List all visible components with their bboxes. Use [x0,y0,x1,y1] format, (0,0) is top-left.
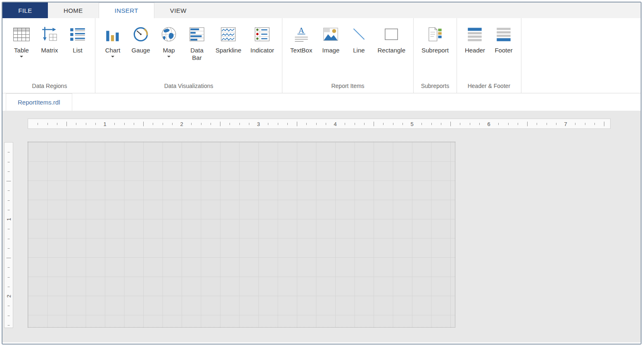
design-surface[interactable] [28,142,455,328]
chevron-down-icon [111,56,114,57]
data-bar-label: Data Bar [187,47,206,62]
table-icon [12,25,31,44]
data-bar-icon [187,25,206,44]
list-icon [68,25,87,44]
group-report-items: A TextBox [282,18,414,93]
report-builder-window: FILE HOME INSERT VIEW Table [2,2,642,345]
gauge-label: Gauge [131,47,150,54]
image-label: Image [322,47,340,54]
textbox-label: TextBox [290,47,312,54]
list-label: List [73,47,82,54]
map-button[interactable]: Map [156,21,181,58]
chart-icon [103,25,122,44]
vertical-ruler: 12 [4,142,13,328]
footer-button[interactable]: Footer [491,21,516,55]
matrix-button[interactable]: Matrix [37,21,62,55]
table-label: Table [14,47,29,54]
line-button[interactable]: Line [346,21,371,55]
tab-file[interactable]: FILE [2,2,48,18]
svg-text:A: A [298,26,305,35]
table-button[interactable]: Table [9,21,34,58]
map-label: Map [163,47,175,54]
image-button[interactable]: Image [318,21,343,55]
line-icon [349,25,368,44]
gauge-button[interactable]: Gauge [128,21,153,55]
tab-insert[interactable]: INSERT [99,2,154,18]
data-bar-button[interactable]: Data Bar [185,21,209,62]
header-button[interactable]: Header [462,21,488,55]
textbox-button[interactable]: A TextBox [287,21,315,55]
group-label-data-regions: Data Regions [9,79,90,93]
list-button[interactable]: List [65,21,90,55]
group-subreports: Subreport Subreports [414,18,457,93]
matrix-label: Matrix [41,47,58,54]
subreport-icon [426,25,445,44]
horizontal-ruler: 1234567 [28,119,611,129]
chart-label: Chart [105,47,121,54]
subreport-button[interactable]: Subreport [419,21,452,55]
group-header-footer: Header Footer Header & Footer [457,18,521,93]
sparkline-button[interactable]: Sparkline [213,21,244,55]
matrix-icon [40,25,59,44]
rectangle-label: Rectangle [377,47,405,54]
group-label-report-items: Report Items [287,79,408,93]
rectangle-icon [382,25,401,44]
rectangle-button[interactable]: Rectangle [374,21,408,55]
indicator-button[interactable]: Indicator [248,21,277,55]
subreport-label: Subreport [421,47,449,54]
design-canvas: 1234567 12 [2,111,641,342]
group-data-regions: Table Matrix [4,18,95,93]
image-icon [321,25,340,44]
chevron-down-icon [20,56,23,57]
group-label-header-footer: Header & Footer [462,79,516,93]
group-label-subreports: Subreports [419,79,452,93]
footer-label: Footer [495,47,512,54]
ribbon-tab-bar: FILE HOME INSERT VIEW [2,2,641,18]
line-label: Line [353,47,365,54]
ribbon: Table Matrix [2,18,641,93]
chart-button[interactable]: Chart [100,21,125,58]
map-icon [159,25,178,44]
footer-icon [494,25,513,44]
header-label: Header [465,47,485,54]
chevron-down-icon [167,56,170,57]
sparkline-label: Sparkline [215,47,242,54]
group-data-visualizations: Chart Gauge [95,18,282,93]
textbox-icon: A [292,25,311,44]
sparkline-icon [219,25,238,44]
tab-view[interactable]: VIEW [154,2,202,18]
document-tab-bar: ReportItems.rdl [2,93,641,111]
indicator-icon [253,25,272,44]
group-label-data-visualizations: Data Visualizations [100,79,277,93]
document-tab[interactable]: ReportItems.rdl [6,93,72,111]
indicator-label: Indicator [251,47,275,54]
tab-home[interactable]: HOME [48,2,99,18]
header-icon [465,25,484,44]
gauge-icon [131,25,150,44]
